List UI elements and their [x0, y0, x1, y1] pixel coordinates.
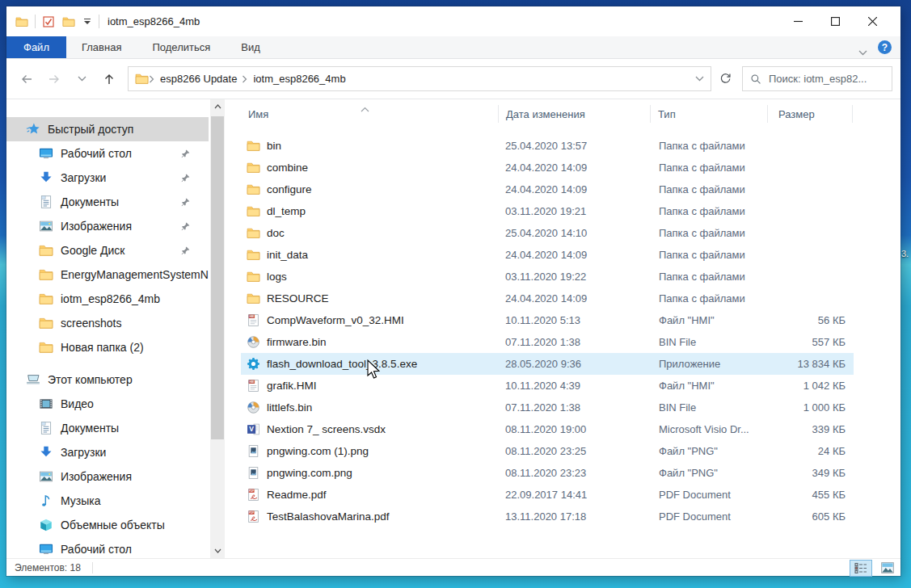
thumbnail-view-button[interactable] — [876, 560, 899, 577]
file-row[interactable]: combine24.04.2020 14:09Папка с файлами — [241, 157, 854, 178]
tab-home[interactable]: Главная — [66, 36, 137, 58]
sidebar-item[interactable]: Объемные объекты — [6, 513, 209, 537]
refresh-button[interactable] — [711, 66, 739, 91]
scrollbar-thumb[interactable] — [211, 116, 224, 439]
minimize-button[interactable] — [779, 6, 816, 36]
search-input[interactable] — [769, 73, 884, 85]
file-row[interactable]: RESOURCE24.04.2020 14:09Папка с файлами — [241, 288, 854, 309]
file-date-modified: 24.04.2020 14:09 — [505, 292, 659, 304]
file-rows: bin25.04.2020 13:57Папка с файламиcombin… — [225, 135, 900, 527]
file-type: Приложение — [659, 358, 772, 370]
downloads-icon — [39, 445, 53, 460]
sidebar-scrollbar[interactable] — [210, 99, 225, 558]
qat-dropdown-icon[interactable] — [82, 19, 93, 24]
file-name: CompWaveform_v0_32.HMI — [267, 314, 404, 326]
breadcrumb-item[interactable]: iotm_esp8266_4mb — [248, 73, 350, 85]
desktop-icon-label-fragment: 3. — [901, 249, 909, 258]
sidebar-item[interactable]: Google Диск — [6, 238, 209, 262]
file-row[interactable]: firmware.bin07.11.2020 1:38BIN File557 К… — [241, 331, 854, 353]
details-view-button[interactable] — [850, 560, 872, 577]
folder-icon[interactable] — [61, 15, 76, 29]
gear-icon — [247, 357, 260, 371]
breadcrumb-chevron-icon[interactable] — [242, 75, 248, 83]
file-row[interactable]: HMIgrafik.HMI10.11.2020 4:39Файл "HMI"1 … — [241, 375, 854, 397]
sidebar-item[interactable]: screenshots — [6, 311, 209, 335]
recent-locations-icon[interactable] — [70, 67, 94, 91]
sidebar-item[interactable]: Видео — [6, 392, 209, 416]
file-row[interactable]: logs03.11.2020 19:22Папка с файлами — [241, 266, 854, 288]
column-header-type[interactable]: Тип — [651, 105, 768, 123]
sidebar-item-label: Документы — [61, 195, 119, 208]
sidebar-item[interactable]: Музыка — [6, 489, 209, 513]
file-date-modified: 08.11.2020 19:00 — [505, 423, 659, 435]
sidebar-section-quick-access[interactable]: Быстрый доступ — [6, 117, 209, 141]
file-type: Файл "PNG" — [659, 467, 772, 479]
file-row[interactable]: PDFReadme.pdf22.09.2017 14:41PDF Documen… — [241, 484, 854, 506]
vsdx-icon: V — [247, 422, 260, 436]
sidebar-item[interactable]: Изображения — [6, 464, 209, 489]
sidebar-item-label: Видео — [61, 397, 94, 410]
breadcrumb-item[interactable]: esp8266 Update — [155, 73, 242, 85]
column-header-size[interactable]: Размер — [768, 105, 853, 123]
sidebar-item[interactable]: EnergyManagementSystemN — [6, 262, 209, 287]
file-row[interactable]: PDFTestBalashovaMarina.pdf13.11.2020 17:… — [241, 506, 854, 527]
ribbon-collapse-icon[interactable] — [858, 44, 867, 50]
pictures-icon — [39, 219, 53, 233]
view-toggle-buttons — [850, 559, 899, 577]
file-row[interactable]: init_data24.04.2020 14:09Папка с файлами — [241, 244, 854, 266]
address-dropdown-icon[interactable] — [690, 76, 709, 82]
help-button[interactable]: ? — [878, 40, 892, 54]
file-row[interactable]: dl_temp03.11.2020 19:21Папка с файлами — [241, 200, 854, 222]
sidebar-item[interactable]: Изображения — [6, 214, 209, 238]
sidebar-item[interactable]: Документы — [6, 190, 209, 214]
file-row[interactable]: flash_download_tool_3.8.5.exe28.05.2020 … — [241, 353, 854, 375]
scroll-up-icon[interactable] — [210, 99, 225, 114]
file-row[interactable]: doc25.04.2020 14:10Папка с файлами — [241, 222, 854, 244]
folder-icon — [39, 243, 53, 258]
svg-text:PDF: PDF — [249, 511, 254, 514]
folder-icon — [247, 248, 260, 262]
file-name: bin — [267, 140, 281, 152]
file-row[interactable]: VNextion 7_ screens.vsdx08.11.2020 19:00… — [241, 418, 854, 440]
divider — [99, 15, 99, 28]
tab-file[interactable]: Файл — [6, 36, 66, 58]
checkbox-icon[interactable] — [41, 15, 56, 29]
file-row[interactable]: HMICompWaveform_v0_32.HMI10.11.2020 5:13… — [241, 309, 854, 331]
file-date-modified: 03.11.2020 19:22 — [505, 271, 659, 283]
tab-share[interactable]: Поделиться — [137, 36, 226, 58]
search-box[interactable] — [742, 66, 892, 91]
file-row[interactable]: bin25.04.2020 13:57Папка с файлами — [241, 135, 854, 157]
sidebar-item-label: Загрузки — [61, 446, 106, 459]
sidebar-item[interactable]: Загрузки — [6, 440, 209, 464]
file-row[interactable]: pngwing.com.png08.11.2020 23:23Файл "PNG… — [241, 462, 854, 484]
sidebar-item[interactable]: Загрузки — [6, 166, 209, 190]
tab-view[interactable]: Вид — [226, 36, 276, 58]
sidebar-item[interactable]: Рабочий стол — [6, 537, 209, 558]
file-row[interactable]: littlefs.bin07.11.2020 1:38BIN File1 000… — [241, 397, 854, 418]
main-area: Быстрый доступРабочий столЗагрузкиДокуме… — [6, 99, 900, 558]
sidebar-item[interactable]: Документы — [6, 416, 209, 440]
close-button[interactable] — [854, 6, 891, 36]
sidebar-item[interactable]: Новая папка (2) — [6, 335, 209, 359]
file-name: Readme.pdf — [267, 489, 327, 501]
file-row[interactable]: configure24.04.2020 14:09Папка с файлами — [241, 178, 854, 200]
file-row[interactable]: pngwing.com (1).png08.11.2020 23:25Файл … — [241, 440, 854, 462]
sidebar-item[interactable]: iotm_esp8266_4mb — [6, 287, 209, 311]
back-button[interactable] — [15, 67, 39, 91]
downloads-icon — [39, 170, 53, 185]
file-date-modified: 24.04.2020 14:09 — [505, 162, 659, 174]
file-date-modified: 24.04.2020 14:09 — [505, 249, 659, 261]
sidebar-item[interactable]: Рабочий стол — [6, 141, 209, 166]
sidebar-item-label: Изображения — [61, 220, 132, 233]
maximize-button[interactable] — [816, 6, 854, 36]
forward-button[interactable] — [42, 67, 66, 91]
breadcrumb-chevron-icon[interactable] — [149, 75, 155, 83]
address-bar[interactable]: esp8266 Updateiotm_esp8266_4mb — [128, 66, 711, 91]
mouse-cursor — [365, 359, 381, 380]
up-button[interactable] — [97, 67, 121, 91]
column-header-date-modified[interactable]: Дата изменения — [499, 105, 651, 123]
sidebar-section-this-pc[interactable]: Этот компьютер — [6, 368, 209, 392]
nav-buttons — [6, 67, 121, 91]
scroll-down-icon[interactable] — [210, 544, 225, 558]
file-name: dl_temp — [267, 205, 306, 217]
